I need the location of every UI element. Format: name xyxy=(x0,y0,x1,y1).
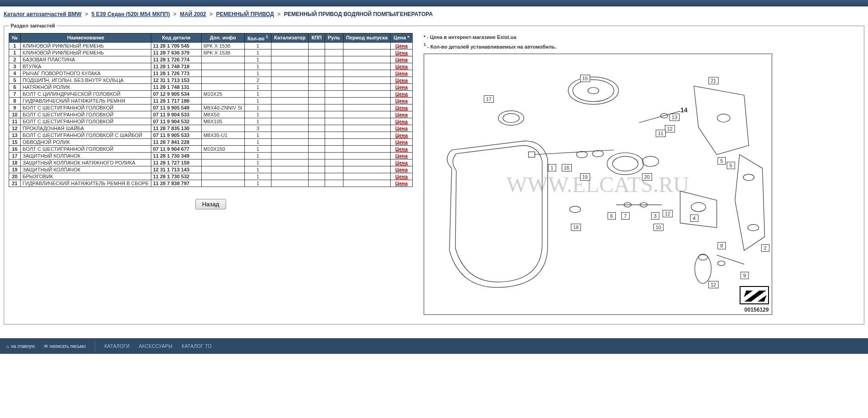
parts-diagram[interactable]: WWW.ELCATS.RU 15211713141211116551967203… xyxy=(424,54,772,315)
price-link[interactable]: Цена xyxy=(395,160,408,165)
diagram-callout[interactable]: 5 xyxy=(718,157,726,165)
diagram-callout[interactable]: 5 xyxy=(727,162,735,169)
price-link[interactable]: Цена xyxy=(395,84,408,90)
cell-code: 11 28 7 636 379 xyxy=(151,49,201,56)
diagram-callout[interactable]: 9 xyxy=(741,272,749,279)
cell-cat xyxy=(271,180,308,187)
svg-point-2 xyxy=(588,88,599,94)
cell-price: Цена xyxy=(391,49,412,56)
diagram-callout[interactable]: 10 xyxy=(653,224,663,231)
svg-point-16 xyxy=(743,174,754,181)
diagram-callout[interactable]: 17 xyxy=(484,95,494,103)
cell-code: 11 28 7 835 130 xyxy=(151,125,201,132)
price-link[interactable]: Цена xyxy=(395,105,408,110)
table-row: 1КЛИНОВОЙ РИФЛЕНЫЙ РЕМЕНЬ11 28 1 706 545… xyxy=(9,42,413,49)
diagram-callout[interactable]: 21 xyxy=(708,77,719,84)
footer-menu-item[interactable]: КАТАЛОГИ xyxy=(105,344,130,349)
price-link[interactable]: Цена xyxy=(395,77,408,83)
cell-num: 3 xyxy=(9,63,21,70)
cell-info xyxy=(201,152,244,159)
price-link[interactable]: Цена xyxy=(395,64,408,69)
footer-menu-item[interactable]: КАТАЛОГ ТО xyxy=(182,344,211,349)
price-link[interactable]: Цена xyxy=(395,139,408,145)
breadcrumb-link[interactable]: МАЙ 2002 xyxy=(180,11,206,17)
th-num: № xyxy=(9,33,21,43)
price-link[interactable]: Цена xyxy=(395,71,408,76)
diagram-callout[interactable]: 2 xyxy=(761,244,769,252)
diagram-callout[interactable]: 1 xyxy=(548,164,556,171)
breadcrumb-link[interactable]: 5 E39 Седан (520i M54 МКПП) xyxy=(92,11,170,17)
price-link[interactable]: Цена xyxy=(395,167,408,172)
cell-kpp xyxy=(309,159,325,166)
price-link[interactable]: Цена xyxy=(395,50,408,55)
cell-qty: 1 xyxy=(244,56,271,63)
price-link[interactable]: Цена xyxy=(395,146,408,152)
svg-rect-6 xyxy=(528,152,535,157)
diagram-callout[interactable]: 15 xyxy=(580,75,590,82)
diagram-callout[interactable]: 4 xyxy=(690,214,698,222)
diagram-callout[interactable]: 7 xyxy=(621,212,630,220)
table-row: 6НАТЯЖНОЙ РОЛИК11 28 1 748 1311Цена xyxy=(9,83,413,90)
price-link[interactable]: Цена xyxy=(395,57,408,62)
cell-rul xyxy=(325,70,343,77)
cell-code: 11 28 1 730 349 xyxy=(151,152,201,159)
footer: ⌂ на главную ✉ написать письмо КАТАЛОГИ … xyxy=(0,338,868,354)
table-wrapper: № Наименование Код детали Доп. инфо Кол-… xyxy=(9,33,413,209)
th-period: Период выпуска xyxy=(343,33,391,43)
diagram-callout[interactable]: 18 xyxy=(571,224,581,231)
parts-table: № Наименование Код детали Доп. инфо Кол-… xyxy=(9,33,413,187)
cell-price: Цена xyxy=(391,166,412,173)
table-row: 13БОЛТ С ШЕСТИГРАННОЙ ГОЛОВКОЙ С ШАЙБОЙ0… xyxy=(9,132,413,138)
cell-kpp xyxy=(309,132,325,138)
price-link[interactable]: Цена xyxy=(395,43,408,49)
cell-code: 12 31 1 713 143 xyxy=(151,166,201,173)
cell-code: 07 11 9 904 533 xyxy=(151,111,201,118)
footer-home-link[interactable]: ⌂ на главную xyxy=(6,344,35,349)
price-link[interactable]: Цена xyxy=(395,91,408,97)
cell-price: Цена xyxy=(391,125,412,132)
cell-name: ПОДШИПН. ИГОЛЬЧ. БЕЗ ВНУТР КОЛЬЦА xyxy=(21,77,151,83)
cell-period xyxy=(343,180,391,187)
diagram-callout[interactable]: 6 xyxy=(608,212,616,220)
th-code: Код детали xyxy=(151,33,201,43)
table-row: 5ПОДШИПН. ИГОЛЬЧ. БЕЗ ВНУТР КОЛЬЦА12 31 … xyxy=(9,77,413,83)
diagram-callout[interactable]: 11 xyxy=(656,130,666,137)
diagram-callout[interactable]: 13 xyxy=(669,114,680,121)
breadcrumb-link[interactable]: РЕМЕННЫЙ ПРИВОД xyxy=(216,11,274,17)
diagram-callout[interactable]: 8 xyxy=(718,242,726,249)
svg-point-17 xyxy=(748,225,759,231)
cell-kpp xyxy=(309,49,325,56)
cell-info xyxy=(201,173,244,180)
diagram-callout[interactable]: 16 xyxy=(562,164,572,171)
cell-qty: 1 xyxy=(244,132,271,138)
diagram-callout[interactable]: 12 xyxy=(708,281,719,288)
breadcrumb-link[interactable]: Каталог автозапчастей BMW xyxy=(4,11,82,17)
footer-menu-item[interactable]: АКСЕССУАРЫ xyxy=(139,344,172,349)
price-link[interactable]: Цена xyxy=(395,181,408,186)
cell-info xyxy=(201,166,244,173)
price-link[interactable]: Цена xyxy=(395,112,408,117)
cell-name: РЫЧАГ ПОВОРОТНОГО КУЛАКА xyxy=(21,70,151,77)
svg-point-18 xyxy=(695,254,711,283)
price-link[interactable]: Цена xyxy=(395,126,408,131)
footer-mail-link[interactable]: ✉ написать письмо xyxy=(44,344,86,349)
diagram-callout[interactable]: 20 xyxy=(642,173,652,181)
price-link[interactable]: Цена xyxy=(395,153,408,159)
cell-qty: 1 xyxy=(244,42,271,49)
diagram-callout[interactable]: 14 xyxy=(679,107,690,114)
price-link[interactable]: Цена xyxy=(395,119,408,124)
cell-price: Цена xyxy=(391,70,412,77)
price-link[interactable]: Цена xyxy=(395,174,408,179)
cell-qty: 1 xyxy=(244,83,271,90)
diagram-callout[interactable]: 3 xyxy=(651,212,659,220)
diagram-callout[interactable]: 12 xyxy=(663,210,673,217)
cell-rul xyxy=(325,138,343,145)
price-link[interactable]: Цена xyxy=(395,98,408,104)
back-button[interactable]: Назад xyxy=(195,199,226,209)
diagram-callout[interactable]: 19 xyxy=(580,173,590,181)
cell-price: Цена xyxy=(391,159,412,166)
cell-code: 07 11 9 904 677 xyxy=(151,145,201,152)
price-link[interactable]: Цена xyxy=(395,132,408,138)
cell-info xyxy=(201,83,244,90)
diagram-callout[interactable]: 12 xyxy=(665,125,675,132)
